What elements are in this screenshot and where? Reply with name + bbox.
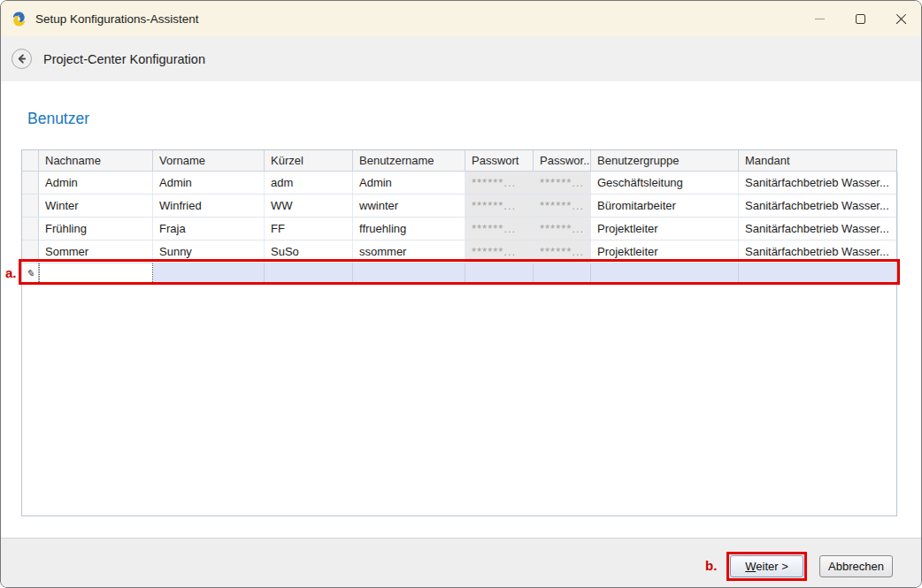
cell-passwort[interactable]: ******... xyxy=(465,195,534,217)
user-table: NachnameVornameKürzelBenutzernamePasswor… xyxy=(21,149,897,516)
cell-nachname[interactable]: Sommer xyxy=(39,241,153,263)
cell-vorname[interactable]: Admin xyxy=(153,172,265,194)
titlebar: Setup Konfigurations-Assistent xyxy=(1,1,921,36)
cell-benutzergruppe[interactable]: Geschäftsleitung xyxy=(591,172,739,194)
column-header-mandant[interactable]: Mandant xyxy=(739,150,898,171)
cell-benutzername[interactable]: Admin xyxy=(353,172,465,194)
cell-benutzername[interactable]: wwinter xyxy=(353,195,465,217)
row-indicator-cell[interactable] xyxy=(22,172,39,194)
column-header-passwort_wdh[interactable]: Passwor... xyxy=(534,150,591,171)
cell-nachname[interactable]: Frühling xyxy=(39,218,153,240)
table-new-row[interactable]: ✎ xyxy=(22,263,896,284)
table-header-row: NachnameVornameKürzelBenutzernamePasswor… xyxy=(22,150,896,172)
page-title: Project-Center Konfiguration xyxy=(43,52,205,66)
cell-benutzername[interactable]: ffruehling xyxy=(353,218,465,240)
row-indicator-header[interactable] xyxy=(22,150,39,171)
table-row[interactable]: FrühlingFrajaFFffruehling******...******… xyxy=(22,218,896,241)
cell-vorname[interactable]: Sunny xyxy=(153,241,265,263)
new-row-cell-benutzername[interactable] xyxy=(353,263,465,284)
abbrechen-button[interactable]: Abbrechen xyxy=(819,555,893,577)
cell-benutzergruppe[interactable]: Büromitarbeiter xyxy=(591,195,739,217)
table-row[interactable]: SommerSunnySuSossommer******...******...… xyxy=(22,241,896,263)
window-controls xyxy=(799,1,921,36)
close-button[interactable] xyxy=(880,1,921,36)
column-header-vorname[interactable]: Vorname xyxy=(153,150,265,171)
cell-kuerzel[interactable]: SuSo xyxy=(265,241,353,263)
row-indicator-cell[interactable] xyxy=(22,195,39,217)
minimize-icon xyxy=(815,19,825,19)
maximize-button[interactable] xyxy=(840,1,880,36)
close-icon xyxy=(895,13,907,25)
column-header-nachname[interactable]: Nachname xyxy=(39,150,153,171)
cell-passwort_wdh[interactable]: ******... xyxy=(534,218,591,240)
cell-nachname[interactable]: Winter xyxy=(39,195,153,217)
column-header-passwort[interactable]: Passwort xyxy=(465,150,534,171)
cell-vorname[interactable]: Fraja xyxy=(153,218,265,240)
row-indicator-cell[interactable] xyxy=(22,241,39,263)
table-row[interactable]: WinterWinfriedWWwwinter******...******..… xyxy=(22,195,896,218)
section-title: Benutzer xyxy=(27,110,89,128)
cell-mandant[interactable]: Sanitärfachbetrieb Wasser... xyxy=(739,241,898,263)
cell-passwort[interactable]: ******... xyxy=(465,241,534,263)
new-row-cell-mandant[interactable] xyxy=(739,263,898,284)
new-row-edit-cell-nachname[interactable] xyxy=(39,263,153,284)
cell-passwort_wdh[interactable]: ******... xyxy=(534,172,591,194)
weiter-button[interactable]: Weiter > xyxy=(730,555,803,577)
annotation-a-label: a. xyxy=(5,265,17,280)
new-row-cell-passwort_wdh[interactable] xyxy=(534,263,591,284)
edit-pencil-icon: ✎ xyxy=(22,263,39,284)
cell-kuerzel[interactable]: adm xyxy=(265,172,353,194)
cell-passwort_wdh[interactable]: ******... xyxy=(534,241,591,263)
row-indicator-cell[interactable] xyxy=(22,218,39,240)
new-row-cell-passwort[interactable] xyxy=(465,263,534,284)
cell-mandant[interactable]: Sanitärfachbetrieb Wasser... xyxy=(739,172,898,194)
cell-benutzergruppe[interactable]: Projektleiter xyxy=(591,218,739,240)
cell-benutzergruppe[interactable]: Projektleiter xyxy=(591,241,739,263)
window-title: Setup Konfigurations-Assistent xyxy=(35,12,199,26)
column-header-benutzername[interactable]: Benutzername xyxy=(353,150,465,171)
back-arrow-icon xyxy=(16,53,27,65)
new-row-cell-vorname[interactable] xyxy=(153,263,265,284)
setup-wizard-window: Setup Konfigurations-Assistent Project-C… xyxy=(0,0,922,588)
cell-passwort[interactable]: ******... xyxy=(465,218,534,240)
minimize-button[interactable] xyxy=(799,1,840,36)
cell-passwort[interactable]: ******... xyxy=(465,172,534,194)
cell-kuerzel[interactable]: WW xyxy=(265,195,353,217)
app-logo-icon xyxy=(11,11,27,27)
new-row-cell-kuerzel[interactable] xyxy=(265,263,353,284)
new-row-cell-benutzergruppe[interactable] xyxy=(591,263,739,284)
column-header-kuerzel[interactable]: Kürzel xyxy=(265,150,353,171)
cell-passwort_wdh[interactable]: ******... xyxy=(534,195,591,217)
table-row[interactable]: AdminAdminadmAdmin******...******...Gesc… xyxy=(22,172,896,195)
cell-mandant[interactable]: Sanitärfachbetrieb Wasser... xyxy=(739,218,898,240)
cell-benutzername[interactable]: ssommer xyxy=(353,241,465,263)
footer-bar: b. Weiter > Abbrechen xyxy=(1,538,921,588)
back-button[interactable] xyxy=(12,49,32,69)
cell-vorname[interactable]: Winfried xyxy=(153,195,265,217)
wizard-header: Project-Center Konfiguration xyxy=(1,36,921,81)
cell-nachname[interactable]: Admin xyxy=(39,172,153,194)
annotation-b-label: b. xyxy=(705,558,717,573)
cell-mandant[interactable]: Sanitärfachbetrieb Wasser... xyxy=(739,195,898,217)
maximize-icon xyxy=(856,14,865,24)
column-header-benutzergruppe[interactable]: Benutzergruppe xyxy=(591,150,739,171)
cell-kuerzel[interactable]: FF xyxy=(265,218,353,240)
